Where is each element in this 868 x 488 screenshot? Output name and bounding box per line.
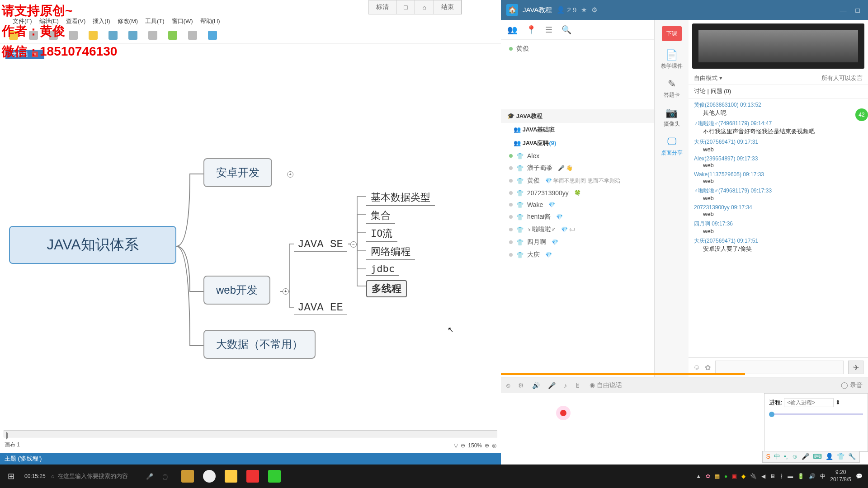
member-row[interactable]: 👕hentai酱💎 — [501, 211, 654, 223]
branch-android[interactable]: 安卓开发 — [203, 158, 272, 187]
member-row[interactable]: 👕黄俊💎 学而不思则罔 思而不学则殆 — [501, 174, 654, 187]
member-row[interactable]: 👕2072313900yy🍀 — [501, 187, 654, 199]
member-row[interactable]: 👕Alex — [501, 150, 654, 162]
ime-shirt-icon[interactable]: 👕 — [837, 453, 844, 461]
mid-javaee[interactable]: JAVA EE — [294, 300, 347, 315]
tray-icon[interactable]: 🔌 — [750, 473, 757, 479]
tray-icon[interactable]: ◆ — [741, 473, 745, 479]
zoom-fit-icon[interactable]: ◎ — [492, 442, 496, 449]
app-icon[interactable] — [203, 470, 216, 483]
member-row[interactable]: 👕Wake💎 — [501, 199, 654, 211]
battery-icon[interactable]: 🔋 — [797, 473, 804, 479]
group-recruit[interactable]: 👥 JAVA应聘(9) — [501, 136, 654, 150]
tune-icon[interactable]: 🎚 — [575, 382, 581, 389]
taskbar-clock[interactable]: 9:20 2017/8/5 — [830, 469, 851, 483]
home-button[interactable]: ⌂ — [415, 0, 434, 14]
volume-slider[interactable] — [769, 413, 863, 415]
courseware-button[interactable]: 📄教学课件 — [661, 49, 683, 70]
tool-attach-icon[interactable] — [168, 31, 177, 40]
menu-window[interactable]: 窗口(W) — [168, 16, 197, 26]
location-icon[interactable]: 📍 — [526, 25, 536, 35]
send-button[interactable]: ✈ — [848, 361, 863, 374]
menu-help[interactable]: 帮助(H) — [197, 16, 224, 26]
chat-log[interactable]: 黄俊(2063863100) 09:13:52其他人呢♂啦啦啦♂(7496811… — [689, 99, 868, 357]
search-icon[interactable]: 🔍 — [561, 25, 571, 35]
region-button[interactable]: □ — [396, 0, 415, 14]
tray-icon[interactable]: ▲ — [696, 473, 701, 479]
member-row[interactable]: 👕♀啦啦啦♂💎 🏷 — [501, 223, 654, 236]
expand-icon[interactable]: + — [283, 288, 289, 295]
ime-toolbar[interactable]: S 中 •, ☺ 🎤 ⌨ 👤 👕 🔧 — [762, 451, 860, 463]
ime-lang[interactable]: 中 — [774, 453, 780, 461]
branch-web[interactable]: web开发 — [203, 276, 270, 305]
taskview-icon[interactable]: ▢ — [162, 473, 168, 480]
ime-keyboard-icon[interactable]: ⌨ — [813, 453, 822, 461]
star-icon[interactable]: ★ — [581, 6, 587, 14]
member-row[interactable]: 👕大庆💎 — [501, 249, 654, 261]
tray-icon[interactable]: ▣ — [732, 473, 737, 479]
leaf-network[interactable]: 网络编程 — [366, 244, 415, 260]
mode-select[interactable]: 自由模式 ▾ — [694, 74, 722, 82]
music-icon[interactable]: ♪ — [564, 382, 567, 389]
root-node[interactable]: JAVA知识体系 — [9, 226, 176, 264]
zoom-out-icon[interactable]: ⊖ — [461, 442, 465, 449]
chat-input[interactable] — [715, 361, 844, 374]
mic-icon[interactable]: 🎤 — [548, 382, 556, 389]
menu-modify[interactable]: 修改(M) — [114, 16, 142, 26]
member-row[interactable]: 👕四月啊💎 — [501, 236, 654, 249]
canvas-label[interactable]: 画布 1 — [5, 441, 20, 449]
maximize-icon[interactable]: □ — [853, 6, 863, 14]
tool-note-icon[interactable] — [148, 31, 157, 40]
menu-tools[interactable]: 工具(T) — [142, 16, 168, 26]
taskbar-search[interactable]: ○ 在这里输入你要搜索的内容 — [51, 472, 128, 480]
exit-icon[interactable]: ⎋ — [506, 382, 510, 389]
filter-icon[interactable]: ▽ — [454, 442, 458, 449]
xmind-icon[interactable] — [246, 470, 259, 483]
process-dropdown-icon[interactable]: ⇕ — [835, 399, 840, 406]
mindmap-canvas[interactable]: JAVA知识体系 安卓开发 web开发 大数据（不常用） + + − JAVA … — [0, 59, 501, 429]
branch-bigdata[interactable]: 大数据（不常用） — [203, 330, 316, 359]
expand-icon[interactable]: − — [350, 241, 357, 248]
minimize-icon[interactable]: — — [838, 6, 848, 14]
ime-emoji-icon[interactable]: ☺ — [792, 453, 798, 461]
bluetooth-icon[interactable]: ᚼ — [780, 473, 783, 479]
people-icon[interactable]: 👥 — [507, 25, 517, 35]
stop-button[interactable]: 结束 — [434, 0, 462, 14]
group-main[interactable]: 🎓 JAVA教程 — [501, 109, 654, 123]
ime-punct-icon[interactable]: •, — [784, 453, 788, 461]
tray-icon[interactable]: ● — [724, 473, 727, 479]
quality-button[interactable]: 标清 — [369, 0, 396, 14]
volume-icon[interactable]: 🔊 — [809, 473, 816, 479]
unread-bubble[interactable]: 42 — [855, 108, 868, 121]
chat-tabs[interactable]: 讨论 | 问题 (0) — [689, 84, 868, 99]
member-list[interactable]: 黄俊 🎓 JAVA教程 👥 JAVA基础班 👥 JAVA应聘(9) 👕Alex👕… — [501, 40, 654, 377]
emoji-icon[interactable]: ☺ — [693, 363, 700, 371]
app-icon[interactable] — [181, 470, 194, 483]
notification-icon[interactable]: 💬 — [856, 473, 863, 479]
tray-icon[interactable]: ◀ — [761, 473, 765, 479]
share-screen-button[interactable]: 🖵桌面分享 — [661, 136, 683, 157]
network-icon[interactable]: ▬ — [788, 473, 793, 479]
ime-person-icon[interactable]: 👤 — [826, 453, 833, 461]
zoom-control[interactable]: ▽ ⊖ 150% ⊕ ◎ — [454, 442, 496, 449]
ime-indicator[interactable]: 中 — [820, 473, 826, 480]
video-thumbnail[interactable] — [692, 23, 864, 69]
zoom-in-icon[interactable]: ⊕ — [485, 442, 489, 449]
mid-javase[interactable]: JAVA SE — [294, 237, 347, 252]
process-input[interactable] — [784, 398, 834, 407]
leaf-collection[interactable]: 集合 — [366, 208, 395, 224]
tool-marker-icon[interactable] — [128, 31, 137, 40]
tool-audio-icon[interactable] — [188, 31, 197, 40]
speaker-icon[interactable]: 🔊 — [532, 382, 540, 389]
flower-icon[interactable]: ✿ — [705, 363, 711, 372]
cortana-mic-icon[interactable]: 🎤 — [146, 473, 153, 480]
owner-row[interactable]: 黄俊 — [501, 42, 654, 55]
ime-mic-icon[interactable]: 🎤 — [802, 453, 809, 461]
expand-icon[interactable]: + — [287, 171, 293, 178]
explorer-icon[interactable] — [225, 470, 237, 483]
wechat-icon[interactable] — [268, 470, 281, 483]
horizontal-scrollbar[interactable] — [4, 430, 497, 437]
ime-logo-icon[interactable]: S — [766, 453, 770, 461]
record-indicator[interactable] — [556, 406, 571, 420]
leaf-thread-selected[interactable]: 多线程 — [366, 280, 407, 297]
